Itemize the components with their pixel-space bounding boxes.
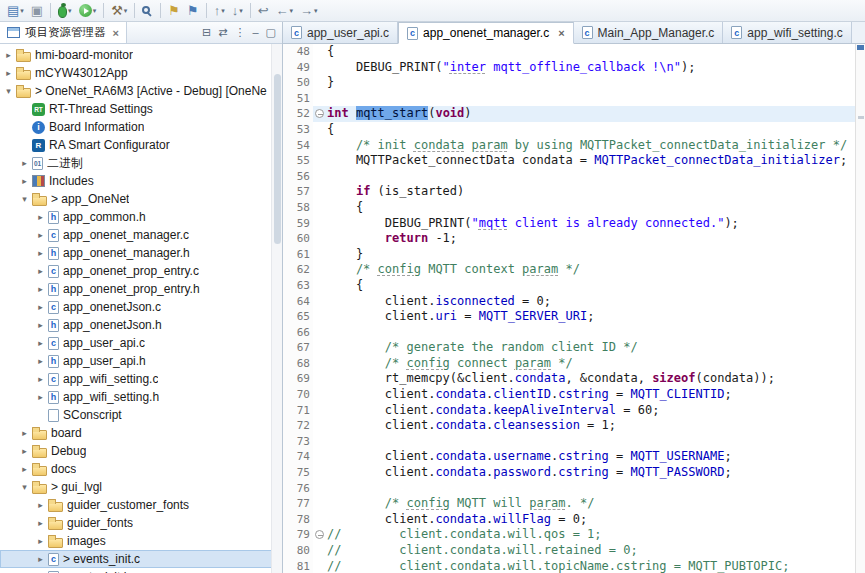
code-line[interactable]: 74 client.condata.username.cstring = MQT…	[283, 449, 855, 465]
tree-item[interactable]: ▾> gui_lvgl	[0, 478, 282, 496]
chevron-right-icon[interactable]: ▸	[34, 302, 47, 312]
code-line[interactable]: 60 return -1;	[283, 231, 855, 247]
line-number[interactable]: 57	[283, 184, 313, 200]
fold-collapse-icon[interactable]	[315, 109, 324, 118]
code-line[interactable]: 61 }	[283, 247, 855, 263]
chevron-right-icon[interactable]: ▸	[34, 392, 47, 402]
chevron-down-icon[interactable]: ▾	[2, 86, 15, 96]
line-number[interactable]: 67	[283, 340, 313, 356]
code-line[interactable]: 72 client.condata.cleansession = 1;	[283, 418, 855, 434]
tree-item[interactable]: ▸capp_onenetJson.c	[0, 298, 282, 316]
chevron-right-icon[interactable]: ▸	[18, 446, 31, 456]
chevron-right-icon[interactable]: ▸	[18, 464, 31, 474]
tree-item[interactable]: ▸hmi-board-monitor	[0, 46, 282, 64]
line-number[interactable]: 70	[283, 387, 313, 403]
minimize-icon[interactable]: –	[252, 27, 258, 38]
code-line[interactable]: 66	[283, 325, 855, 341]
tree-item[interactable]: ▸happ_onenetJson.h	[0, 316, 282, 334]
code-line[interactable]: 73	[283, 434, 855, 450]
line-number[interactable]: 78	[283, 512, 313, 528]
overview-marker-blue[interactable]	[857, 45, 864, 50]
dropdown-caret-icon[interactable]: ▾	[20, 7, 24, 15]
chevron-right-icon[interactable]: ▸	[34, 212, 47, 222]
new-icon[interactable]: ▤▾	[4, 1, 27, 21]
code-line[interactable]: 55 MQTTPacket_connectData condata = MQTT…	[283, 153, 855, 169]
prev-annotation-icon[interactable]: ↑▾	[211, 1, 228, 21]
code-line[interactable]: 81// client.condata.will.topicName.cstri…	[283, 559, 855, 573]
tree-item[interactable]: ▸guider_fonts	[0, 514, 282, 532]
maximize-icon[interactable]: ▢	[266, 27, 276, 38]
chevron-right-icon[interactable]: ▸	[34, 284, 47, 294]
code-line[interactable]: 51	[283, 91, 855, 107]
tree-item[interactable]: ▸images	[0, 532, 282, 550]
tree-item[interactable]: ▸Debug	[0, 442, 282, 460]
tree-item[interactable]: ▸happ_user_api.h	[0, 352, 282, 370]
line-number[interactable]: 56	[283, 169, 313, 185]
code-line[interactable]: 63 {	[283, 278, 855, 294]
chevron-right-icon[interactable]: ▸	[34, 536, 47, 546]
chevron-right-icon[interactable]: ▸	[18, 158, 31, 168]
code-line[interactable]: 70 client.condata.clientID.cstring = MQT…	[283, 387, 855, 403]
chevron-right-icon[interactable]: ▸	[34, 320, 47, 330]
tree-item[interactable]: ▸capp_onenet_manager.c	[0, 226, 282, 244]
code-line[interactable]: 76	[283, 481, 855, 497]
editor-tab[interactable]: capp_onenet_manager.c×	[398, 22, 574, 44]
dropdown-caret-icon[interactable]: ▾	[124, 7, 128, 15]
chevron-right-icon[interactable]: ▸	[34, 356, 47, 366]
tree-item[interactable]: ▸happ_wifi_setting.h	[0, 388, 282, 406]
code-line[interactable]: 77 /* config MQTT will param. */	[283, 496, 855, 512]
editor-tab[interactable]: capp_user_api.c	[283, 22, 398, 43]
scrollbar-thumb[interactable]	[274, 74, 281, 244]
code-line[interactable]: 54 /* init condata param by using MQTTPa…	[283, 138, 855, 154]
line-number[interactable]: 62	[283, 262, 313, 278]
tree-item[interactable]: ▸Includes	[0, 172, 282, 190]
line-number[interactable]: 51	[283, 91, 313, 107]
back-icon[interactable]: ←▾	[273, 1, 297, 21]
tree-item[interactable]: RRA Smart Configurator	[0, 136, 282, 154]
tree-item[interactable]: ▸board	[0, 424, 282, 442]
line-number[interactable]: 69	[283, 371, 313, 387]
code-line[interactable]: 52int mqtt_start(void)	[283, 106, 855, 122]
line-number[interactable]: 59	[283, 216, 313, 232]
code-line[interactable]: 59 DEBUG_PRINT("mqtt client is already c…	[283, 216, 855, 232]
chevron-right-icon[interactable]: ▸	[34, 518, 47, 528]
dropdown-caret-icon[interactable]: ▾	[290, 7, 294, 15]
last-edit-location-icon[interactable]: ↩	[255, 1, 272, 21]
forward-icon[interactable]: →▾	[297, 1, 321, 21]
tree-item[interactable]: ▸01二进制	[0, 154, 282, 172]
code-line[interactable]: 62 /* config MQTT context param */	[283, 262, 855, 278]
code-line[interactable]: 65 client.uri = MQTT_SERVER_URI;	[283, 309, 855, 325]
code-line[interactable]: 48{	[283, 44, 855, 60]
tree-item[interactable]: RTRT-Thread Settings	[0, 100, 282, 118]
editor-tab[interactable]: capp_wifi_setting.c	[723, 22, 851, 43]
chevron-right-icon[interactable]: ▸	[18, 176, 31, 186]
fold-collapse-icon[interactable]	[315, 530, 324, 539]
line-number[interactable]: 81	[283, 559, 313, 573]
line-number[interactable]: 79	[283, 527, 313, 543]
link-editor-icon[interactable]: ⇄	[218, 27, 227, 38]
tree-item[interactable]: ▸happ_common.h	[0, 208, 282, 226]
view-menu-icon[interactable]: ⋮	[234, 27, 245, 38]
code-line[interactable]: 68 /* config connect param */	[283, 356, 855, 372]
tree-item[interactable]: ▸capp_user_api.c	[0, 334, 282, 352]
dropdown-caret-icon[interactable]: ▾	[93, 7, 97, 15]
chevron-down-icon[interactable]: ▾	[18, 482, 31, 492]
collapse-all-icon[interactable]: ⊟	[202, 27, 211, 38]
tree-item[interactable]: ▸docs	[0, 460, 282, 478]
line-number[interactable]: 75	[283, 465, 313, 481]
line-number[interactable]: 64	[283, 294, 313, 310]
tree-item[interactable]: ▸hevents_init.h	[0, 568, 282, 573]
editor-tab[interactable]: cMain_App_Manager.c	[574, 22, 724, 43]
task-flag-icon[interactable]: ⚑	[184, 1, 202, 21]
line-number[interactable]: 72	[283, 418, 313, 434]
dropdown-caret-icon[interactable]: ▾	[239, 7, 243, 15]
overview-ruler[interactable]	[855, 44, 865, 573]
code-line[interactable]: 53{	[283, 122, 855, 138]
chevron-right-icon[interactable]: ▸	[2, 68, 15, 78]
tree-item[interactable]: ▸happ_onenet_prop_entry.h	[0, 280, 282, 298]
search-icon[interactable]	[139, 1, 156, 21]
line-number[interactable]: 80	[283, 543, 313, 559]
chevron-right-icon[interactable]: ▸	[34, 230, 47, 240]
chevron-right-icon[interactable]: ▸	[18, 428, 31, 438]
code-line[interactable]: 75 client.condata.password.cstring = MQT…	[283, 465, 855, 481]
